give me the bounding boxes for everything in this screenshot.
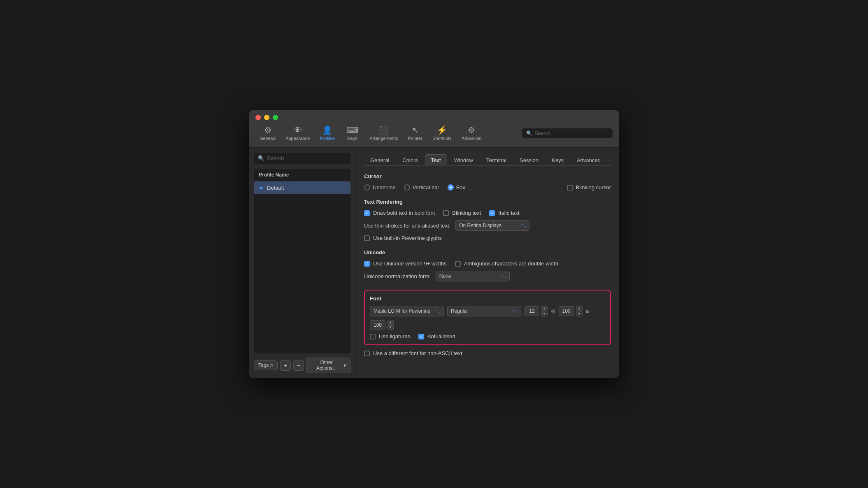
thin-strokes-row: Use thin strokes for anti-aliased text: … xyxy=(364,220,611,231)
anti-aliased-label: Anti-aliased xyxy=(427,333,455,339)
draw-bold-option[interactable]: ✓ Draw bold text in bold font xyxy=(364,210,435,216)
unicode-widths-option[interactable]: ✓ Use Unicode version 9+ widths xyxy=(364,260,447,267)
tab-colors[interactable]: Colors xyxy=(396,154,424,166)
cursor-section: Cursor Underline Vertical bar xyxy=(364,173,611,191)
v-spacing-down-button[interactable]: ▼ xyxy=(576,311,583,316)
cursor-underline-radio[interactable] xyxy=(364,184,370,191)
h-spacing-up-button[interactable]: ▲ xyxy=(387,320,394,325)
toolbar-item-arrangements[interactable]: ⬛Arrangements xyxy=(365,123,402,143)
other-actions-arrow: ▾ xyxy=(343,363,346,368)
font-style-wrapper: Regular Bold Italic Bold Italic xyxy=(447,306,521,316)
toolbar: ⚙General👁Appearance👤Profiles⌨Keys⬛Arrang… xyxy=(255,123,613,147)
appearance-icon: 👁 xyxy=(294,126,302,134)
cursor-box-label: Box xyxy=(456,184,465,191)
powerline-checkbox[interactable] xyxy=(364,235,370,241)
italic-text-checkbox[interactable]: ✓ xyxy=(489,210,495,216)
powerline-label: Use built-in Powerline glyphs xyxy=(373,235,442,241)
toolbar-item-keys[interactable]: ⌨Keys xyxy=(341,123,364,143)
anti-aliased-checkbox[interactable]: ✓ xyxy=(418,334,424,339)
zoom-button[interactable] xyxy=(273,115,278,120)
blinking-cursor-checkbox[interactable] xyxy=(567,185,573,191)
toolbar-item-shortcuts[interactable]: ⚡Shortcuts xyxy=(428,123,455,143)
v-spacing-up-button[interactable]: ▲ xyxy=(576,306,583,311)
toolbar-item-advanced[interactable]: ⚙Advanced xyxy=(457,123,486,143)
sidebar-footer: Tags > + − Other Actions... ▾ xyxy=(254,358,350,373)
powerline-option[interactable]: Use built-in Powerline glyphs xyxy=(364,235,442,241)
font-size-stepper: 12 ▲ ▼ xyxy=(525,306,548,316)
draw-bold-checkbox[interactable]: ✓ xyxy=(364,210,370,216)
blinking-cursor-label: Blinking cursor xyxy=(576,184,611,191)
ambiguous-checkbox[interactable] xyxy=(455,261,461,267)
unicode-widths-checkbox[interactable]: ✓ xyxy=(364,261,370,267)
toolbar-item-profiles[interactable]: 👤Profiles xyxy=(316,123,339,143)
ligatures-option[interactable]: Use ligatures xyxy=(370,333,410,339)
profile-item-default[interactable]: ★ Default xyxy=(254,181,350,194)
font-size-up-button[interactable]: ▲ xyxy=(541,306,548,311)
unicode-section-title: Unicode xyxy=(364,249,611,256)
blinking-text-checkbox[interactable] xyxy=(443,210,449,216)
toolbar-item-appearance[interactable]: 👁Appearance xyxy=(281,123,314,143)
v-spacing-stepper-buttons: ▲ ▼ xyxy=(576,306,583,316)
toolbar-item-arrangements-label: Arrangements xyxy=(369,136,398,141)
tab-keys[interactable]: Keys xyxy=(545,154,570,166)
remove-profile-button[interactable]: − xyxy=(293,360,304,371)
blinking-cursor-option[interactable]: Blinking cursor xyxy=(567,184,611,191)
diff-font-option[interactable]: Use a different font for non-ASCII text xyxy=(364,350,462,356)
cursor-underline-option[interactable]: Underline xyxy=(364,184,396,191)
ambiguous-label: Ambiguous characters are double-width xyxy=(464,260,558,267)
cursor-vertical-bar-radio[interactable] xyxy=(404,184,410,191)
cursor-box-option[interactable]: Box xyxy=(448,184,465,191)
tab-terminal[interactable]: Terminal xyxy=(480,154,513,166)
sidebar-search-input[interactable] xyxy=(267,155,346,161)
toolbar-item-general[interactable]: ⚙General xyxy=(255,123,280,143)
diff-font-row: Use a different font for non-ASCII text xyxy=(364,350,611,356)
tab-advanced[interactable]: Advanced xyxy=(571,154,607,166)
h-spacing-stepper-buttons: ▲ ▼ xyxy=(387,320,394,330)
preferences-window: ⚙General👁Appearance👤Profiles⌨Keys⬛Arrang… xyxy=(249,110,619,378)
close-button[interactable] xyxy=(255,115,261,120)
normalization-label: Unicode normalization form: xyxy=(364,273,431,279)
toolbar-search-bar: 🔍 xyxy=(522,128,613,138)
sidebar: 🔍 Profile Name ★ Default Tags > + − Othe xyxy=(249,148,356,378)
diff-font-checkbox[interactable] xyxy=(364,351,370,356)
font-style-select[interactable]: Regular Bold Italic Bold Italic xyxy=(447,306,521,316)
toolbar-item-pointer-label: Pointer xyxy=(408,136,422,141)
tab-general[interactable]: General xyxy=(364,154,395,166)
general-icon: ⚙ xyxy=(264,126,272,134)
italic-text-option[interactable]: ✓ Italic text xyxy=(489,210,519,216)
normalization-select[interactable]: None NFC NFD NFKC NFKD xyxy=(436,271,510,281)
font-name-select[interactable]: Meslo LG M for Powerline xyxy=(370,306,444,316)
add-profile-button[interactable]: + xyxy=(280,360,291,371)
cursor-vertical-bar-option[interactable]: Vertical bar xyxy=(404,184,439,191)
tab-text[interactable]: Text xyxy=(425,154,447,166)
h-spacing-stepper: 100 ▲ ▼ xyxy=(370,320,394,330)
cursor-box-radio[interactable] xyxy=(448,184,454,191)
anti-aliased-option[interactable]: ✓ Anti-aliased xyxy=(418,333,455,339)
star-icon: ★ xyxy=(259,185,264,191)
tags-button[interactable]: Tags > xyxy=(254,360,278,370)
cursor-underline-label: Underline xyxy=(373,184,396,191)
ambiguous-option[interactable]: Ambiguous characters are double-width xyxy=(455,260,558,267)
other-actions-group: Other Actions... ▾ xyxy=(306,358,350,373)
minimize-button[interactable] xyxy=(264,115,269,120)
diff-font-label: Use a different font for non-ASCII text xyxy=(373,350,462,356)
shortcuts-icon: ⚡ xyxy=(437,126,447,134)
toolbar-search-input[interactable] xyxy=(535,130,608,136)
cursor-radio-group: Underline Vertical bar Box xyxy=(364,184,465,191)
cursor-section-title: Cursor xyxy=(364,173,611,179)
thin-strokes-select[interactable]: On Retina Displays Always Never xyxy=(455,220,529,231)
ligatures-checkbox[interactable] xyxy=(370,334,376,339)
tab-window[interactable]: Window xyxy=(448,154,479,166)
tab-session[interactable]: Session xyxy=(513,154,545,166)
arrangements-icon: ⬛ xyxy=(378,126,389,134)
unicode-section: Unicode ✓ Use Unicode version 9+ widths … xyxy=(364,249,611,281)
font-size-down-button[interactable]: ▼ xyxy=(541,311,548,316)
other-actions-button[interactable]: Other Actions... ▾ xyxy=(306,358,350,373)
main-panel: GeneralColorsTextWindowTerminalSessionKe… xyxy=(356,148,619,378)
blinking-text-option[interactable]: Blinking text xyxy=(443,210,481,216)
toolbar-items: ⚙General👁Appearance👤Profiles⌨Keys⬛Arrang… xyxy=(255,123,486,143)
font-section-title: Font xyxy=(370,295,605,302)
h-spacing-down-button[interactable]: ▼ xyxy=(387,325,394,330)
toolbar-item-pointer[interactable]: ↖Pointer xyxy=(404,123,427,143)
ligatures-label: Use ligatures xyxy=(379,333,410,339)
